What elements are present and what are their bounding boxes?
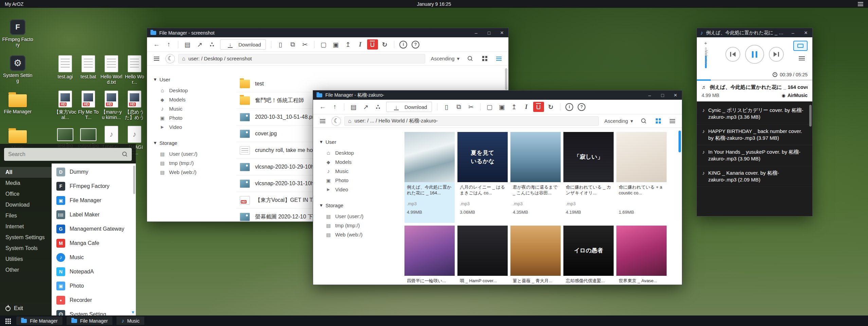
cast-button[interactable] <box>793 41 808 51</box>
player-menu-button[interactable] <box>799 56 805 57</box>
scrollbar[interactable] <box>679 131 681 152</box>
cut-icon[interactable] <box>300 39 310 50</box>
file-tile[interactable]: 「寂しい」 命に嫌われている _ カンザキイオリ... .mp3 4.19MB <box>563 132 614 223</box>
sidebar-item[interactable]: Desktop <box>154 86 234 95</box>
list-view-icon[interactable] <box>493 54 504 64</box>
taskbar-item[interactable]: File Manager <box>16 317 62 325</box>
taskbar-item[interactable]: File Manager <box>67 317 113 325</box>
sidebar-section-storage[interactable]: Storage <box>320 202 400 208</box>
playlist-scrollbar[interactable] <box>809 105 812 127</box>
desktop-icon[interactable]: 【東方Vocal... <box>54 88 77 121</box>
rename-icon[interactable] <box>355 39 366 50</box>
desktop-icon[interactable]: System Setting <box>2 53 33 85</box>
desktop-icon[interactable]: File Manager <box>2 89 33 121</box>
app-item[interactable]: FFmpeg Factory <box>52 179 136 193</box>
download-button[interactable]: Download <box>386 102 432 112</box>
new-folder-icon[interactable] <box>496 102 507 112</box>
app-item[interactable]: Music <box>52 250 136 265</box>
info-icon[interactable] <box>564 102 575 112</box>
sidebar-item[interactable]: tmp (tmp:/) <box>320 221 400 230</box>
help-icon[interactable] <box>576 102 587 112</box>
previous-button[interactable] <box>725 47 740 62</box>
upload-icon[interactable] <box>509 102 520 112</box>
sort-select[interactable]: Ascending <box>431 56 459 62</box>
playlist-item[interactable]: Cynic _ ポリスピカデリー cover. by 柘榴-zakuro-.mp… <box>697 103 812 124</box>
exit-button[interactable]: Exit <box>5 305 23 311</box>
theme-toggle-button[interactable] <box>331 116 341 126</box>
new-folder-icon[interactable] <box>330 39 341 50</box>
up-icon[interactable] <box>163 39 174 50</box>
download-button[interactable]: Download <box>220 39 266 50</box>
open-folder-icon[interactable] <box>182 39 193 50</box>
app-item[interactable]: Recorder <box>52 293 136 307</box>
category-item[interactable]: Internet <box>0 221 52 232</box>
file-tile[interactable]: 菫と薔薇 _ 青大月... <box>510 226 561 285</box>
file-tile[interactable]: 例えば、今此処に置かれた花に _ 164... .mp3 4.99MB <box>404 132 455 223</box>
sidebar-item[interactable]: Video <box>320 185 400 194</box>
playlist-item[interactable]: HAPPY BIRTHDAY _ back number cover. by 柘… <box>697 124 812 146</box>
file-tile[interactable]: 君が夜の海に還るまで _ こんにちは谷田... .mp3 4.35MB <box>510 132 561 223</box>
minimize-button[interactable] <box>470 28 483 37</box>
file-tile[interactable]: イロの愚者 忘却感傷代償連盟... <box>563 226 614 285</box>
app-item[interactable]: NotepadA <box>52 265 136 279</box>
breadcrumb[interactable]: user: / Desktop / screenshot <box>178 54 425 63</box>
sidebar-item[interactable]: Photo <box>154 113 234 122</box>
refresh-icon[interactable] <box>379 39 390 50</box>
desktop-icon[interactable]: Hello Wor... <box>123 53 146 85</box>
open-folder-icon[interactable] <box>348 102 359 112</box>
app-item[interactable]: Dummy <box>52 165 136 179</box>
category-item[interactable]: All <box>0 167 52 178</box>
file-tile[interactable]: 夏を見て いるかな 八月のレイニー _ はるまきごはん co... .mp3 3… <box>457 132 508 223</box>
playlist-item[interactable]: KING _ Kanaria cover. by 柘榴-zakuro-.mp3 … <box>697 166 812 187</box>
sidebar-section-storage[interactable]: Storage <box>154 140 234 146</box>
sidebar-item[interactable]: Music <box>320 167 400 176</box>
pause-button[interactable] <box>745 45 764 64</box>
sidebar-section-user[interactable]: User <box>320 139 400 145</box>
paste-icon[interactable] <box>441 102 452 112</box>
category-item[interactable]: Other <box>0 265 52 275</box>
category-item[interactable]: System Settings <box>0 232 52 243</box>
share-icon[interactable] <box>206 39 217 50</box>
new-file-icon[interactable] <box>318 39 329 50</box>
sidebar-item[interactable]: Web (web:/) <box>154 168 234 177</box>
cut-icon[interactable] <box>466 102 476 112</box>
help-icon[interactable] <box>410 39 421 50</box>
window-titlebar[interactable]: 例えば、今此処に置かれた花に _ 164 c... <box>697 28 812 37</box>
file-row[interactable]: test <box>236 76 502 92</box>
sidebar-item[interactable]: User (user:/) <box>320 212 400 221</box>
delete-button[interactable] <box>367 39 378 50</box>
sidebar-item[interactable]: User (user:/) <box>154 149 234 158</box>
app-item[interactable]: Manga Cafe <box>52 236 136 250</box>
app-item[interactable]: Management Gateway <box>52 222 136 236</box>
app-item[interactable]: File Manager <box>52 193 136 208</box>
category-item[interactable]: Office <box>0 189 52 199</box>
minimize-button[interactable] <box>643 91 656 100</box>
breadcrumb[interactable]: user: / ... / Hello World / 柘榴-zakuro- <box>344 116 599 126</box>
sidebar-section-user[interactable]: User <box>154 76 234 82</box>
search-icon[interactable] <box>638 116 649 126</box>
file-tile[interactable]: 四畳半に一輪咲い... <box>404 226 455 285</box>
sidebar-item[interactable]: Desktop <box>320 148 400 157</box>
desktop-icon[interactable]: FFmpeg Factory <box>2 17 33 50</box>
delete-button[interactable] <box>533 102 544 112</box>
refresh-icon[interactable] <box>545 102 556 112</box>
app-item[interactable]: System Setting <box>52 307 136 315</box>
sidebar-item[interactable]: Models <box>320 157 400 167</box>
category-item[interactable]: Download <box>0 199 52 210</box>
category-item[interactable]: Media <box>0 178 52 189</box>
category-item[interactable]: Files <box>0 210 52 221</box>
close-button[interactable] <box>799 28 812 37</box>
desktop-icon[interactable]: Hello World.txt <box>100 53 123 85</box>
menu-icon[interactable] <box>317 116 328 126</box>
category-item[interactable]: System Tools <box>0 243 52 254</box>
paste-icon[interactable] <box>275 39 286 50</box>
desktop-icon[interactable]: test.agi <box>54 53 77 85</box>
sidebar-item[interactable]: Web (web:/) <box>320 230 400 239</box>
close-button[interactable] <box>495 28 508 37</box>
topbar-menu-button[interactable] <box>858 4 863 4</box>
desktop-icon[interactable]: test.bat <box>77 53 100 85</box>
maximize-button[interactable] <box>656 91 669 100</box>
sidebar-item[interactable]: Models <box>154 95 234 104</box>
upload-icon[interactable] <box>343 39 354 50</box>
sidebar-item[interactable]: Video <box>154 122 234 132</box>
